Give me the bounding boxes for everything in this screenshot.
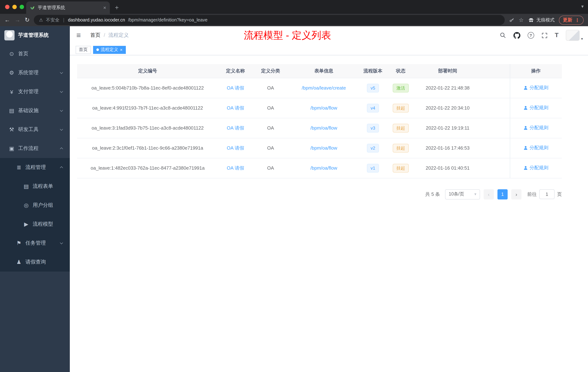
bookmark-star-icon[interactable]: ☆ — [519, 17, 524, 23]
paper-plane-icon: ▶ — [22, 221, 31, 228]
search-icon[interactable] — [499, 32, 506, 39]
breadcrumb-separator: / — [104, 32, 105, 39]
assign-rule-link[interactable]: 分配规则 — [524, 105, 548, 111]
avatar — [566, 30, 580, 41]
tab-title: 芋道管理系统 — [38, 5, 100, 11]
github-icon[interactable] — [513, 32, 520, 39]
sidebar-item-home[interactable]: ⊙ 首页 — [0, 44, 70, 63]
definition-name-link[interactable]: OA 请假 — [227, 105, 244, 110]
tag-process-definition[interactable]: 流程定义 × — [93, 46, 126, 54]
tab-favicon — [30, 5, 35, 10]
incognito-badge: 无痕模式 — [528, 17, 555, 23]
browser-tab[interactable]: 芋道管理系统 × — [26, 1, 110, 14]
assign-rule-link[interactable]: 分配规则 — [524, 145, 548, 151]
sidebar-item-infrastructure[interactable]: ▤ 基础设施 — [0, 101, 70, 120]
cell-category: OA — [253, 98, 288, 118]
cell-category: OA — [253, 138, 288, 158]
chevron-down-icon — [60, 128, 63, 131]
table-row: oa_leave:2:3c1f0ef1-76b1-11ec-9c66-a2380… — [77, 138, 562, 158]
task-icon: ⚑ — [15, 240, 23, 246]
tab-close-icon[interactable]: × — [103, 5, 106, 11]
address-bar[interactable]: ⚠ 不安全 | dashboard.yudao.iocoder.cn/bpm/m… — [34, 15, 504, 25]
form-info-link[interactable]: /bpm/oa/flow — [310, 125, 337, 131]
back-icon[interactable]: ← — [4, 17, 10, 23]
breadcrumb-home[interactable]: 首页 — [90, 32, 101, 39]
goto-page-input[interactable] — [539, 189, 555, 199]
cell-category: OA — [253, 78, 288, 98]
cell-definition-id: oa_leave:1:482ec033-762a-11ec-8477-a2380… — [77, 158, 218, 178]
chevron-down-icon — [60, 71, 63, 74]
user-icon — [524, 106, 528, 110]
sidebar-item-dev-tools[interactable]: ⚒ 研发工具 — [0, 120, 70, 139]
page-number-button[interactable]: 1 — [497, 189, 508, 199]
tag-close-icon[interactable]: × — [120, 47, 123, 52]
user-icon: ♟ — [15, 259, 23, 265]
process-management-icon: ≣ — [15, 164, 23, 171]
tab-search-chevron-icon[interactable]: ▾ — [581, 4, 584, 9]
form-info-link[interactable]: /bpm/oa/flow — [310, 165, 337, 171]
cell-category: OA — [253, 158, 288, 178]
goto-unit-label: 页 — [557, 191, 562, 197]
definition-name-link[interactable]: OA 请假 — [227, 165, 244, 171]
prev-page-button[interactable]: ‹ — [484, 189, 494, 199]
browser-menu-dots-icon[interactable]: ⋮ — [575, 17, 580, 23]
address-divider: | — [63, 17, 64, 22]
sidebar-item-process-model[interactable]: ▶ 流程模型 — [0, 215, 70, 234]
reload-icon[interactable]: ↻ — [25, 17, 30, 23]
sidebar-item-payment-management[interactable]: ¥ 支付管理 — [0, 82, 70, 101]
security-warning-icon[interactable]: ⚠ — [39, 17, 43, 22]
sidebar-item-process-form[interactable]: ▤ 流程表单 — [0, 177, 70, 196]
tag-home[interactable]: 首页 — [76, 46, 91, 54]
minimize-window-button[interactable] — [12, 5, 17, 9]
cell-deploy-time: 2022-01-22 20:34:10 — [415, 98, 480, 118]
cell-deploy-time: 2022-01-16 01:40:51 — [415, 158, 480, 178]
assign-rule-link[interactable]: 分配规则 — [524, 125, 548, 131]
definition-name-link[interactable]: OA 请假 — [227, 85, 244, 90]
browser-tab-strip: 芋道管理系统 × + ▾ — [0, 0, 588, 14]
status-badge: 挂起 — [393, 104, 409, 112]
close-window-button[interactable] — [5, 5, 10, 9]
chevron-down-icon — [60, 90, 63, 93]
table-row: oa_leave:3:1fad3d93-7b75-11ec-a3c8-acde4… — [77, 118, 562, 138]
help-icon[interactable]: ? — [527, 32, 534, 39]
cell-definition-id: oa_leave:4:991f2193-7b7f-11ec-a3c8-acde4… — [77, 98, 218, 118]
browser-update-button[interactable]: 更新 ⋮ — [559, 15, 584, 25]
column-form-info: 表单信息 — [288, 64, 359, 78]
sidebar-item-task-management[interactable]: ⚑ 任务管理 — [0, 234, 70, 253]
password-key-icon[interactable] — [509, 17, 514, 23]
forward-icon[interactable]: → — [15, 17, 20, 23]
zoom-window-button[interactable] — [20, 5, 24, 9]
sidebar-item-workflow[interactable]: ▣ 工作流程 — [0, 139, 70, 158]
fullscreen-icon[interactable] — [541, 32, 547, 38]
assign-rule-link[interactable]: 分配规则 — [524, 85, 548, 91]
caret-down-icon: ▾ — [581, 37, 583, 41]
incognito-icon — [528, 17, 534, 23]
browser-toolbar: ← → ↻ ⚠ 不安全 | dashboard.yudao.iocoder.cn… — [0, 14, 588, 26]
browser-chrome: 芋道管理系统 × + ▾ ← → ↻ ⚠ 不安全 | dashboard.yud… — [0, 0, 588, 26]
logo-avatar — [4, 30, 15, 40]
form-info-link[interactable]: /bpm/oa/leave/create — [302, 85, 346, 91]
sidebar-item-leave-query[interactable]: ♟ 请假查询 — [0, 253, 70, 272]
definition-name-link[interactable]: OA 请假 — [227, 145, 244, 151]
new-tab-button[interactable]: + — [115, 4, 119, 12]
assign-rule-link[interactable]: 分配规则 — [524, 165, 548, 171]
page-size-select[interactable]: 10条/页 ▾ — [445, 189, 480, 199]
sidebar-item-system-management[interactable]: ⚙ 系统管理 — [0, 63, 70, 82]
form-info-link[interactable]: /bpm/oa/flow — [310, 105, 337, 111]
font-size-icon[interactable]: T — [555, 32, 558, 39]
form-info-link[interactable]: /bpm/oa/flow — [310, 145, 337, 151]
sidebar-item-user-group[interactable]: ◎ 用户分组 — [0, 196, 70, 215]
next-page-button[interactable]: › — [511, 189, 521, 199]
app-header: ≡ 首页 / 流程定义 流程模型 - 定义列表 — [70, 26, 588, 44]
definition-name-link[interactable]: OA 请假 — [227, 125, 244, 131]
version-badge: v2 — [367, 144, 379, 152]
sidebar-collapse-icon[interactable]: ≡ — [70, 31, 86, 40]
tags-view-bar: 首页 流程定义 × — [70, 44, 588, 55]
sidebar-item-process-management[interactable]: ≣ 流程管理 — [0, 158, 70, 177]
cell-deploy-time: 2022-01-22 21:48:38 — [415, 78, 480, 98]
pagination: 共 5 条 10条/页 ▾ ‹ 1 › 前往 页 — [77, 189, 562, 199]
breadcrumb-current: 流程定义 — [108, 32, 129, 39]
user-avatar-menu[interactable]: ▾ — [566, 30, 583, 41]
form-icon: ▤ — [22, 183, 31, 190]
cell-deploy-time: 2022-01-22 19:19:11 — [415, 118, 480, 138]
